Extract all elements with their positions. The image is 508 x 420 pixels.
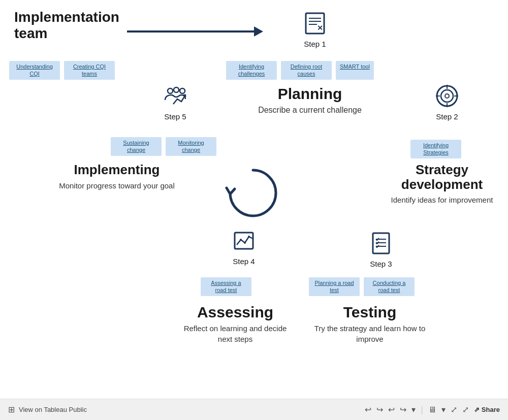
link-assessing-road-test[interactable]: Assessing a road test [201,277,251,296]
planning-section: Planning Describe a current challenge [249,85,371,116]
share-button[interactable]: ⇗ Share [474,406,500,413]
step1-links-container: Identifying challenges Defining root cau… [226,61,374,80]
link-conducting-road-test[interactable]: Conducting a road test [364,277,415,296]
redo2-icon[interactable]: ↪ [400,405,406,414]
assessing-section: Assessing Reflect on learning and decide… [182,304,289,344]
device-icon[interactable]: 🖥 [428,405,436,414]
step2-links-container: Identifying Strategies [410,140,461,158]
step2-container: Step 2 [422,84,472,121]
step2-label: Step 2 [422,112,472,121]
assessing-title: Assessing [182,304,289,321]
step4-links-container: Assessing a road test [201,277,251,296]
svg-point-12 [168,88,173,93]
step1-label: Step 1 [290,40,340,48]
bottom-toolbar: ⊞ View on Tableau Public ↩ ↪ ↩ ↪ ▾ | 🖥 ▾… [0,399,508,420]
planning-description: Describe a current challenge [249,105,371,116]
link-identifying-challenges[interactable]: Identifying challenges [226,61,277,80]
title-links-container: Understanding CQI Creating CQI teams [9,61,115,80]
testing-description: Try the strategy and learn how to improv… [314,323,426,344]
dropdown-icon[interactable]: ▾ [411,405,416,414]
step5-container: Step 5 [150,84,201,121]
planning-title: Planning [249,85,371,103]
redo-icon[interactable]: ↪ [376,405,383,414]
svg-point-22 [248,236,250,238]
implementing-section: Implementing Monitor progress toward you… [56,163,178,191]
step3-links-container: Planning a road test Conducting a road t… [309,277,415,296]
step3-label: Step 3 [356,260,406,268]
share-label: Share [482,406,500,413]
svg-point-14 [180,88,185,93]
step4-label: Step 4 [218,257,269,266]
strategy-description: Identify ideas for improvement [386,195,498,205]
link-monitoring-change[interactable]: Monitoring change [166,137,216,156]
tableau-label[interactable]: View on Tableau Public [19,406,87,413]
strategy-title: Strategy development [386,163,498,191]
step3-icon [369,231,393,255]
svg-point-20 [240,239,242,241]
step5-links-container: Sustaining change Monitoring change [111,137,216,156]
undo-icon[interactable]: ↩ [365,405,371,414]
step1-container: ✕ Step 1 [290,11,340,48]
expand-icon[interactable]: ⤢ [451,405,457,414]
step2-icon [435,84,459,108]
implementing-description: Monitor progress toward your goal [56,180,178,191]
arrow [127,26,263,37]
svg-point-6 [441,90,453,102]
testing-title: Testing [314,304,426,321]
toolbar-actions: ↩ ↪ ↩ ↪ ▾ | 🖥 ▾ ⤢ ⤢ ⇗ Share [365,404,500,415]
testing-section: Testing Try the strategy and learn how t… [314,304,426,344]
svg-point-21 [244,242,246,244]
link-understanding-cqi[interactable]: Understanding CQI [9,61,60,80]
svg-rect-19 [235,233,253,249]
link-defining-root-causes[interactable]: Defining root causes [281,61,332,80]
link-sustaining-change[interactable]: Sustaining change [111,137,162,156]
step3-container: Step 3 [356,231,406,268]
dropdown2-icon[interactable]: ▾ [441,405,446,414]
step4-container: Step 4 [218,229,269,266]
svg-point-13 [174,87,179,92]
link-creating-cqi-teams[interactable]: Creating CQI teams [64,61,115,80]
share-icon-symbol: ⇗ [474,406,480,413]
implementing-title: Implementing [56,163,178,177]
tableau-label-container: ⊞ View on Tableau Public [8,405,87,414]
svg-text:✕: ✕ [317,24,323,32]
divider: | [421,404,423,415]
assessing-description: Reflect on learning and decide next step… [182,323,289,344]
tableau-grid-icon: ⊞ [8,405,15,414]
step4-icon [232,229,256,253]
cycle-arrow [223,163,283,223]
share-icon: ⤢ [462,405,469,414]
svg-point-7 [445,94,449,98]
link-smart-tool[interactable]: SMART tool [336,61,374,80]
step5-label: Step 5 [150,112,201,121]
page-title: Implementationteam [14,9,126,42]
link-identifying-strategies[interactable]: Identifying Strategies [410,140,461,158]
step5-icon [163,84,187,108]
step1-icon: ✕ [303,11,327,36]
link-planning-road-test[interactable]: Planning a road test [309,277,360,296]
strategy-section: Strategy development Identify ideas for … [386,163,498,205]
undo2-icon[interactable]: ↩ [388,405,395,414]
